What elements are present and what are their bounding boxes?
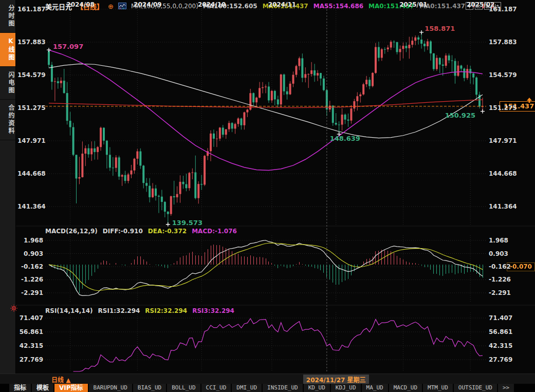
price-annotation: 139.573 xyxy=(172,219,202,227)
indicator-toolbar: 指标模板VIP指标BARUPDN_UDBIAS_UDBOLL_UDCCI_UDD… xyxy=(0,384,535,392)
sidebar-tab-active[interactable]: K线图 xyxy=(0,33,15,67)
add-compare-icon[interactable]: ⊕ xyxy=(108,3,114,10)
y-axis-label: 161.187 xyxy=(17,6,43,13)
toolbar-button[interactable]: CCI_UD xyxy=(201,384,231,392)
ma-values: MA100:152.605MA0:151.437MA55:154.686MA0:… xyxy=(203,3,501,10)
toolbar-button[interactable]: INSIDE_UD xyxy=(263,384,303,392)
toolbar-button[interactable]: BIAS_UD xyxy=(133,384,166,392)
toolbar-button[interactable]: 指标 xyxy=(9,384,31,392)
indicator-value-label: DEA:-0.372 xyxy=(148,228,187,235)
sidebar-tab-item[interactable]: 闪电图 xyxy=(0,67,15,100)
indicator-value-label: DIFF:-0.910 xyxy=(103,228,143,235)
toolbar-corner xyxy=(0,384,9,392)
toolbar-button[interactable]: MTM_UD xyxy=(423,384,453,392)
y-axis-label: 157.883 xyxy=(489,39,517,46)
toolbar-button[interactable]: OUTSIDE_UD xyxy=(454,384,497,392)
y-axis-label: 151.275 xyxy=(17,104,43,111)
left-sidebar: 分时图K线图闪电图合约资料 xyxy=(0,0,16,374)
trading-app-window: 分时图K线图闪电图合约资料 美元日元 【日线】 ⊕ MA(100,0,55,0,… xyxy=(0,0,535,392)
y-axis-label: 144.668 xyxy=(17,170,43,177)
y-axis-label: 1.968 xyxy=(17,237,43,244)
y-axis-label: 141.364 xyxy=(17,203,43,210)
chart-canvas[interactable] xyxy=(0,0,535,392)
macd-header: MACD(26,12,9) DIFF:-0.910DEA:-0.372MACD:… xyxy=(45,228,237,235)
y-axis-label: -0.162 xyxy=(17,263,43,270)
y-axis-label: 0.903 xyxy=(489,250,508,257)
toolbar-button[interactable]: MA_UD xyxy=(362,384,388,392)
y-axis-label: -2.291 xyxy=(489,289,511,296)
y-axis-label: -2.291 xyxy=(17,289,43,296)
rsi-header: RSI(14,14,14) RSI1:32.294RSI2:32.294RSI3… xyxy=(45,307,234,314)
price-annotation: 157.097 xyxy=(53,43,83,50)
price-annotation: 150.925 xyxy=(445,111,475,119)
rsi-title: RSI(14,14,14) xyxy=(45,307,93,314)
y-axis-label: 27.769 xyxy=(489,356,512,363)
y-axis-label: 56.861 xyxy=(489,328,512,335)
y-axis-label: -1.226 xyxy=(489,276,511,283)
y-axis-label: -0.162 xyxy=(489,263,511,270)
y-axis-label: 71.407 xyxy=(17,314,43,322)
y-axis-label: 141.364 xyxy=(489,203,517,210)
y-axis-label: 147.971 xyxy=(17,137,43,144)
sidebar-tab-item[interactable]: 合约资料 xyxy=(0,100,15,140)
y-axis-label: 1.968 xyxy=(489,237,508,244)
y-axis-label: 27.769 xyxy=(17,356,43,363)
y-axis-label: 42.315 xyxy=(489,342,512,349)
y-axis-label: 157.883 xyxy=(17,39,43,46)
x-axis-month-label: 2024/11 xyxy=(267,1,298,8)
toolbar-button[interactable]: 模板 xyxy=(32,384,53,392)
toolbar-button[interactable]: MACD_UD xyxy=(389,384,422,392)
toolbar-button[interactable]: VIP指标 xyxy=(54,384,88,392)
y-axis-label: 42.315 xyxy=(17,342,43,349)
toolbar-button[interactable]: BARUPDN_UD xyxy=(89,384,132,392)
macd-cursor-axis-box: -0.070 xyxy=(507,263,535,271)
x-axis-month-label: 2024/10 xyxy=(196,1,227,8)
toolbar-button[interactable]: KD_UD xyxy=(304,384,330,392)
x-axis-strip: 日线 ▲ 2024/11/27 星期三 xyxy=(0,374,535,384)
alert-icon[interactable] xyxy=(10,304,18,314)
sidebar-tab-item[interactable]: 分时图 xyxy=(0,0,15,33)
toolbar-button[interactable]: KDJ_UD xyxy=(331,384,361,392)
y-axis-label: 0.903 xyxy=(17,250,43,257)
price-annotation: 148.639 xyxy=(330,135,360,142)
toolbar-button[interactable]: >> xyxy=(498,384,514,392)
y-axis-label: 144.668 xyxy=(489,170,517,177)
indicator-value-label: MACD:-1.076 xyxy=(192,228,237,235)
indicator-thumbnail-icon[interactable] xyxy=(118,2,126,11)
period-quick-label[interactable]: 日线 ▲ xyxy=(51,375,70,384)
y-axis-label: 151.275 xyxy=(489,104,517,111)
y-axis-label: 147.971 xyxy=(489,137,517,144)
y-axis-label: 56.861 xyxy=(17,328,43,335)
y-axis-label: 154.579 xyxy=(17,71,43,79)
indicator-value-label: RSI2:32.294 xyxy=(145,307,187,314)
x-axis-month-label: 2024/09 xyxy=(132,1,163,8)
indicator-value-label: RSI1:32.294 xyxy=(98,307,140,314)
y-axis-label: -1.226 xyxy=(17,276,43,283)
price-annotation: 158.871 xyxy=(425,25,455,32)
x-axis-month-label: 2024/08 xyxy=(65,1,96,8)
indicator-value-label: RSI3:32.294 xyxy=(192,307,234,314)
toolbar-button[interactable]: BOLL_UD xyxy=(167,384,200,392)
x-axis-month-label: 2025/01 xyxy=(398,1,429,8)
crosshair-date-label: 2024/11/27 星期三 xyxy=(303,375,369,384)
macd-title: MACD(26,12,9) xyxy=(45,228,98,235)
ma-value-label: MA55:154.686 xyxy=(313,3,363,10)
toolbar-button[interactable]: DMI_UD xyxy=(232,384,262,392)
x-axis-month-label: 2025/02 xyxy=(465,1,496,8)
price-alert-marker-icon[interactable] xyxy=(526,96,533,105)
y-axis-label: 154.579 xyxy=(489,71,517,79)
y-axis-label: 71.407 xyxy=(489,314,512,322)
